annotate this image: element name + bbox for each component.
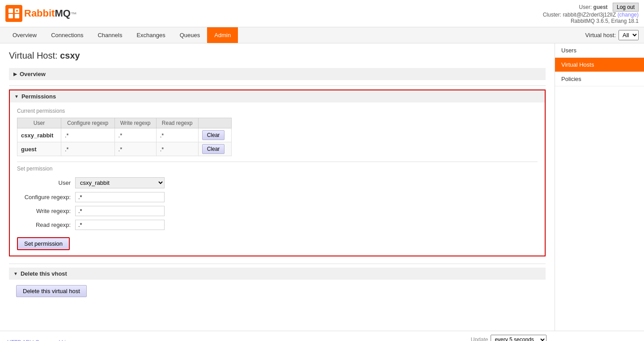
permissions-table: User Configure regexp Write regexp Read … xyxy=(17,118,232,156)
clear-button-csxy_rabbit[interactable]: Clear xyxy=(202,130,225,140)
vhost-name: csxy xyxy=(60,51,80,60)
divider2 xyxy=(17,162,538,162)
sidebar-item-virtual-hosts[interactable]: Virtual Hosts xyxy=(555,58,644,72)
cell-read: .* xyxy=(156,128,198,142)
form-user-select[interactable]: csxy_rabbit guest xyxy=(75,177,165,188)
cell-configure: .* xyxy=(61,142,114,156)
update-label: Update xyxy=(471,337,488,341)
nav-item-exchanges[interactable]: Exchanges xyxy=(129,27,172,43)
sidebar: Users Virtual Hosts Policies xyxy=(555,43,644,331)
form-write-label: Write regexp: xyxy=(17,208,75,214)
nav-item-connections[interactable]: Connections xyxy=(44,27,90,43)
svg-point-5 xyxy=(16,10,18,12)
form-user-row: User csxy_rabbit guest xyxy=(17,177,538,188)
cell-configure: .* xyxy=(61,128,114,142)
update-select[interactable]: every 5 seconds every 10 seconds every 3… xyxy=(491,335,547,341)
permissions-section-label: Permissions xyxy=(21,93,56,100)
logo: RabbitMQ™ xyxy=(5,5,77,22)
http-api-link[interactable]: HTTP API xyxy=(7,339,31,341)
rabbitmq-logo-icon xyxy=(5,5,22,22)
user-label: User: xyxy=(579,4,592,10)
sidebar-item-users[interactable]: Users xyxy=(555,43,644,58)
content: Virtual Host: csxy ▶ Overview ▼ Permissi… xyxy=(0,43,644,331)
virtual-host-select-area: Virtual host: All xyxy=(585,30,639,40)
svg-rect-4 xyxy=(15,14,19,18)
overview-arrow-icon: ▶ xyxy=(13,72,17,77)
form-read-input[interactable] xyxy=(75,220,165,230)
cell-read: .* xyxy=(156,142,198,156)
header-right: User: guest Log out Cluster: rabbit@iZ2r… xyxy=(543,3,639,24)
cluster-change-link[interactable]: (change) xyxy=(618,12,639,18)
nav-item-channels[interactable]: Channels xyxy=(90,27,129,43)
svg-rect-3 xyxy=(8,14,13,18)
delete-vhost-section-body: Delete this virtual host xyxy=(9,280,546,303)
table-row: guest.*.*.*Clear xyxy=(17,142,232,156)
sidebar-item-policies[interactable]: Policies xyxy=(555,72,644,86)
logo-text: RabbitMQ™ xyxy=(24,8,77,19)
virtual-host-label: Virtual host: xyxy=(585,32,616,38)
overview-section: ▶ Overview xyxy=(9,68,546,80)
cell-user: csxy_rabbit xyxy=(17,128,61,142)
delete-vhost-arrow-icon: ▼ xyxy=(13,271,18,276)
cell-write: .* xyxy=(114,128,156,142)
col-header-write: Write regexp xyxy=(114,118,156,128)
delete-vhost-section-header[interactable]: ▼ Delete this vhost xyxy=(9,268,546,280)
permissions-arrow-icon: ▼ xyxy=(14,94,19,99)
cell-write: .* xyxy=(114,142,156,156)
form-configure-row: Configure regexp: xyxy=(17,192,538,202)
svg-rect-0 xyxy=(5,5,22,22)
update-area: Update every 5 seconds every 10 seconds … xyxy=(471,335,637,341)
user-name: guest xyxy=(593,4,608,10)
nav-item-overview[interactable]: Overview xyxy=(5,27,44,43)
delete-vhost-button[interactable]: Delete this virtual host xyxy=(16,285,87,297)
set-permission-label: Set permission xyxy=(17,166,538,172)
logout-button[interactable]: Log out xyxy=(613,3,639,12)
permissions-section-body: Current permissions User Configure regex… xyxy=(10,102,545,256)
form-read-row: Read regexp: xyxy=(17,220,538,230)
cell-action: Clear xyxy=(198,142,231,156)
cell-action: Clear xyxy=(198,128,231,142)
form-user-label: User xyxy=(17,179,75,186)
footer-right: Update every 5 seconds every 10 seconds … xyxy=(471,335,637,341)
form-configure-label: Configure regexp: xyxy=(17,194,75,200)
permissions-section-header[interactable]: ▼ Permissions xyxy=(10,90,545,102)
form-configure-input[interactable] xyxy=(75,192,165,202)
virtual-host-select[interactable]: All xyxy=(619,30,639,40)
footer-links: HTTP API | Command Line xyxy=(7,339,72,341)
col-header-read: Read regexp xyxy=(156,118,198,128)
form-write-row: Write regexp: xyxy=(17,206,538,216)
delete-vhost-section: ▼ Delete this vhost Delete this virtual … xyxy=(9,268,546,303)
col-header-action xyxy=(198,118,231,128)
nav-item-admin[interactable]: Admin xyxy=(207,27,238,43)
overview-section-label: Overview xyxy=(20,71,46,77)
header: RabbitMQ™ User: guest Log out Cluster: r… xyxy=(0,0,644,27)
cluster-label: Cluster: xyxy=(543,12,561,18)
col-header-configure: Configure regexp xyxy=(61,118,114,128)
command-line-link[interactable]: Command Line xyxy=(35,339,72,341)
permissions-section: ▼ Permissions Current permissions User C… xyxy=(9,90,546,256)
delete-vhost-section-label: Delete this vhost xyxy=(21,270,67,277)
svg-rect-1 xyxy=(8,9,13,13)
set-permission-button[interactable]: Set permission xyxy=(17,237,70,250)
divider xyxy=(9,85,546,86)
form-write-input[interactable] xyxy=(75,206,165,216)
col-header-user: User xyxy=(17,118,61,128)
page-title: Virtual Host: csxy xyxy=(9,51,546,61)
cluster-name: rabbit@iZ2rderl3j12lIZ xyxy=(563,12,616,18)
version-label: RabbitMQ 3.6.5, Erlang 18.1 xyxy=(571,18,639,24)
nav: Overview Connections Channels Exchanges … xyxy=(0,27,644,43)
divider3 xyxy=(9,264,546,264)
cell-user: guest xyxy=(17,142,61,156)
form-read-label: Read regexp: xyxy=(17,222,75,228)
clear-button-guest[interactable]: Clear xyxy=(202,144,225,154)
footer: HTTP API | Command Line Update every 5 s… xyxy=(0,331,644,341)
main-content: Virtual Host: csxy ▶ Overview ▼ Permissi… xyxy=(0,43,555,331)
nav-item-queues[interactable]: Queues xyxy=(173,27,208,43)
current-permissions-label: Current permissions xyxy=(17,108,538,114)
table-row: csxy_rabbit.*.*.*Clear xyxy=(17,128,232,142)
overview-section-header[interactable]: ▶ Overview xyxy=(9,68,546,80)
